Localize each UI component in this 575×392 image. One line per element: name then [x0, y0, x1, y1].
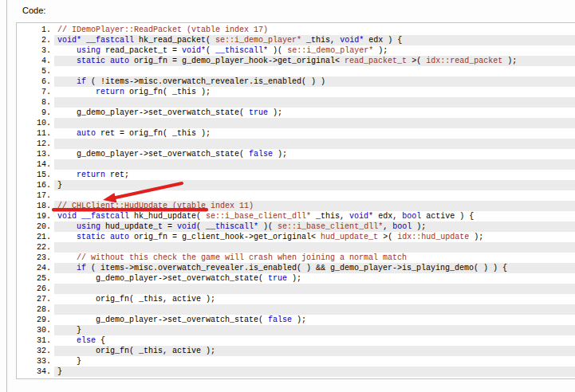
line-content: static auto orig_fn = g_demo_player_hook… [54, 56, 575, 66]
code-line: 14. [17, 159, 575, 170]
code-line: 9. g_demo_player->set_overwatch_state( t… [17, 108, 575, 118]
code-line: 30. } [17, 325, 575, 335]
line-number: 5. [17, 66, 54, 76]
line-content: void* __fastcall hk_read_packet( se::i_d… [54, 35, 575, 45]
code-text [57, 77, 77, 86]
code-line: 11. auto ret = orig_fn( _this ); [17, 128, 575, 139]
code-line: 19.void __fastcall hk_hud_update( se::i_… [17, 211, 575, 221]
line-content: static auto orig_fn = g_client_hook->get… [54, 232, 575, 242]
code-line: 1.// IDemoPlayer::ReadPacket (vtable ind… [17, 25, 575, 35]
code-text: g_demo_player->set_overwatch_state( [57, 150, 249, 159]
code-type: hud_update_t [321, 233, 378, 241]
code-line: 20. using hud_update_t = void( __thiscal… [17, 221, 575, 232]
code-keyword: if [77, 77, 86, 86]
code-keyword: static [77, 57, 105, 65]
code-keyword: false [268, 316, 292, 324]
code-text: { [96, 336, 105, 345]
code-line: 17. [17, 190, 575, 201]
line-content: g_demo_player->set_overwatch_state( true… [54, 108, 575, 118]
line-number: 32. [17, 346, 54, 356]
line-content: return orig_fn( _this ); [54, 87, 575, 97]
line-number: 9. [17, 108, 54, 118]
line-content: // IDemoPlayer::ReadPacket (vtable index… [54, 25, 575, 35]
line-number: 14. [17, 159, 54, 170]
line-number: 29. [17, 315, 54, 325]
code-text [57, 336, 77, 345]
code-text: ); [469, 233, 483, 241]
code-text: ); [273, 150, 287, 159]
code-text: active ) { [421, 212, 474, 221]
code-comment: // CHLClient::HudUpdate (vtable index 11… [57, 202, 254, 210]
code-line: 7. return orig_fn( _this ); [17, 87, 575, 97]
line-content: using hud_update_t = void( __thiscall* )… [54, 221, 575, 232]
line-number: 2. [17, 35, 54, 45]
code-line: 18.// CHLClient::HudUpdate (vtable index… [17, 201, 575, 211]
line-number: 20. [17, 221, 54, 232]
code-text [57, 171, 77, 179]
code-text: edx ) { [364, 36, 402, 45]
code-keyword: auto [110, 233, 129, 241]
line-content: void __fastcall hk_hud_update( se::i_bas… [54, 211, 575, 221]
code-keyword: false [249, 150, 273, 159]
code-type: se::i_demo_player* [287, 46, 373, 55]
line-number: 31. [17, 335, 54, 346]
code-block[interactable]: 1.// IDemoPlayer::ReadPacket (vtable ind… [16, 22, 575, 379]
code-text: )( [258, 222, 278, 231]
code-text: orig_fn( _this, active ); [57, 347, 215, 355]
code-comment: // IDemoPlayer::ReadPacket (vtable index… [57, 25, 268, 34]
code-keyword: void [57, 212, 77, 221]
line-number: 21. [17, 232, 54, 242]
line-number: 34. [17, 367, 54, 377]
code-line: 25. g_demo_player->set_overwatch_state( … [17, 273, 575, 284]
code-keyword: __fastcall [81, 212, 129, 221]
code-keyword: return [96, 88, 124, 96]
code-line: 5. [17, 66, 575, 76]
line-content: orig_fn( _this, active ); [54, 294, 575, 304]
line-content [54, 97, 575, 108]
line-content: // without this check the game will cras… [54, 253, 575, 263]
line-number: 3. [17, 45, 54, 56]
code-line: 24. if ( items->misc.overwatch_revealer.… [17, 263, 575, 273]
code-text: ret; [105, 171, 129, 179]
code-keyword: __fastcall [86, 36, 134, 45]
code-keyword: void* [182, 46, 206, 55]
code-line: 12. [17, 139, 575, 149]
line-number: 15. [17, 170, 54, 180]
code-text: hk_hud_update( [129, 212, 206, 221]
line-number: 1. [17, 25, 54, 35]
code-text: g_demo_player->set_overwatch_state( [57, 316, 268, 324]
code-text [57, 222, 77, 231]
code-text: g_demo_player->set_overwatch_state( [57, 108, 249, 117]
code-text: >( [378, 233, 397, 241]
code-keyword: auto [110, 57, 129, 65]
code-lines: 1.// IDemoPlayer::ReadPacket (vtable ind… [17, 25, 575, 377]
code-keyword: true [268, 274, 287, 283]
line-content [54, 139, 575, 149]
code-line: 2.void* __fastcall hk_read_packet( se::i… [17, 35, 575, 45]
line-content [54, 118, 575, 128]
line-content [54, 242, 575, 253]
code-line: 31. else { [17, 335, 575, 346]
line-content: g_demo_player->set_overwatch_state( true… [54, 273, 575, 284]
code-keyword: bool [402, 212, 421, 221]
code-text [57, 46, 77, 55]
line-number: 18. [17, 201, 54, 211]
code-text: orig_fn = g_client_hook->get_original< [129, 233, 321, 241]
code-text [57, 264, 77, 272]
code-keyword: auto [77, 129, 96, 138]
code-text [57, 233, 77, 241]
code-keyword: void* [57, 36, 81, 45]
line-content [54, 66, 575, 76]
code-line: 3. using read_packet_t = void*( __thisca… [17, 45, 575, 56]
code-keyword: bool [392, 222, 412, 231]
code-keyword: using [77, 46, 100, 55]
code-line: 13. g_demo_player->set_overwatch_state( … [17, 149, 575, 159]
code-text [57, 129, 77, 138]
code-text: ( !items->misc.overwatch_revealer.is_ena… [86, 77, 325, 86]
code-text: orig_fn = g_demo_player_hook->get_origin… [129, 57, 345, 65]
line-number: 23. [17, 253, 54, 263]
code-keyword: void [177, 222, 196, 231]
code-text: } [57, 181, 62, 190]
line-content: } [54, 367, 575, 377]
line-number: 30. [17, 325, 54, 335]
